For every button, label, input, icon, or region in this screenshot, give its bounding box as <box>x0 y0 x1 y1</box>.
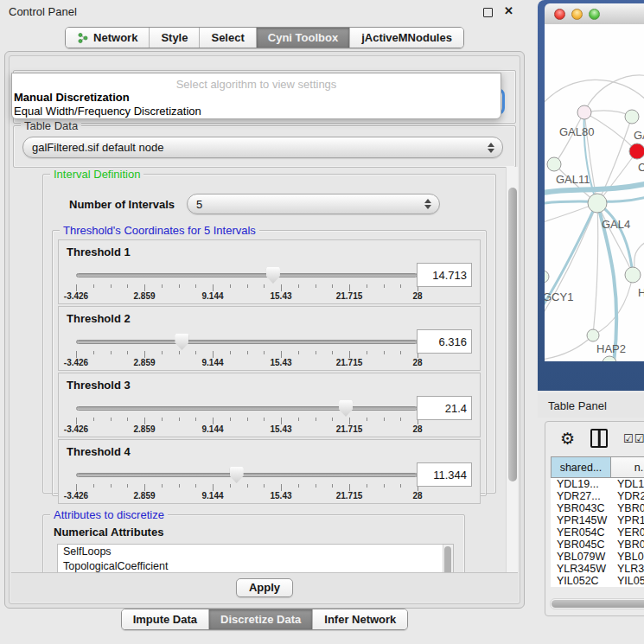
tab-cyni-toolbox[interactable]: Cyni Toolbox <box>257 28 350 48</box>
table-cell[interactable]: YLR345W <box>551 563 611 575</box>
column-layout-icon[interactable] <box>590 429 608 448</box>
tick-mark <box>144 351 145 358</box>
threshold-1-value-field[interactable] <box>417 263 472 287</box>
slider-thumb[interactable] <box>339 400 353 417</box>
number-of-intervals-combobox[interactable]: 5 <box>187 194 440 214</box>
network-node[interactable] <box>625 110 639 124</box>
table-column-header[interactable]: n... <box>611 456 644 478</box>
tick-mark <box>400 484 401 488</box>
table-cell[interactable]: YPR14 <box>611 514 644 526</box>
table-data-combobox-value: galFiltered.sif default node <box>32 141 163 154</box>
table-cell[interactable]: YDL19 <box>611 478 644 490</box>
apply-footer: Apply <box>11 572 518 602</box>
threshold-3-slider[interactable] <box>76 399 418 417</box>
scale-label: 15.43 <box>270 291 291 301</box>
table-cell[interactable]: YDL19... <box>551 478 611 490</box>
tab-impute-data[interactable]: Impute Data <box>122 609 209 629</box>
table-cell[interactable]: YBR043C <box>551 502 611 514</box>
attributes-list-scrollbar[interactable] <box>443 545 453 572</box>
table-cell[interactable]: YBR045C <box>551 539 611 551</box>
table-cell[interactable]: YBL079W <box>551 551 611 563</box>
numerical-attributes-label: Numerical Attributes <box>54 526 464 539</box>
tab-discretize-data[interactable]: Discretize Data <box>209 609 313 629</box>
table-cell[interactable]: YER054C <box>551 526 611 539</box>
algorithm-option-equal-width-frequency[interactable]: Equal Width/Frequency Discretization <box>12 105 501 118</box>
attribute-list-item[interactable]: SelfLoops <box>58 545 453 559</box>
select-columns-icon[interactable]: ☑☑ <box>623 432 644 445</box>
table-cell[interactable]: YBR04 <box>611 539 644 551</box>
tab-discretize-data-label: Discretize Data <box>220 609 301 629</box>
tab-select-label: Select <box>211 28 244 48</box>
tick-mark <box>400 418 401 421</box>
network-edge <box>593 203 598 335</box>
table-horizontal-scrollbar[interactable] <box>550 598 644 609</box>
tick-mark <box>332 484 333 488</box>
apply-button[interactable]: Apply <box>236 578 293 597</box>
table-cell[interactable]: YIL05 <box>611 575 644 587</box>
threshold-3-value-field[interactable] <box>417 396 472 420</box>
table-column-header[interactable]: shared... <box>551 456 611 478</box>
number-of-intervals-row: Number of Intervals 5 <box>69 194 440 214</box>
tab-network-label: Network <box>93 28 137 48</box>
network-node[interactable] <box>547 157 561 171</box>
gear-icon[interactable]: ⚙ <box>560 430 575 447</box>
tick-mark <box>247 351 248 354</box>
tick-mark <box>264 418 265 421</box>
tab-network[interactable]: Network <box>66 28 150 48</box>
network-edge <box>545 335 593 360</box>
network-node[interactable] <box>545 271 549 283</box>
attribute-list-item[interactable]: TopologicalCoefficient <box>58 559 453 572</box>
tick-mark <box>298 484 299 488</box>
threshold-4-value-field[interactable] <box>417 462 472 487</box>
network-node[interactable] <box>625 267 641 283</box>
threshold-2-value-field[interactable] <box>417 329 472 354</box>
network-node[interactable] <box>577 105 591 119</box>
algorithm-option-manual-discretization[interactable]: Manual Discretization <box>12 91 501 105</box>
table-cell[interactable]: YDR27... <box>551 490 611 502</box>
table-cell[interactable]: YER05 <box>611 526 644 539</box>
threshold-2-slider[interactable] <box>76 333 418 350</box>
table-cell[interactable]: YPR145W <box>551 514 611 526</box>
tab-style[interactable]: Style <box>150 28 200 48</box>
tab-select[interactable]: Select <box>200 28 256 48</box>
network-canvas[interactable]: GAL80GAGAL11CGAL4GCY1HHAP2 <box>545 24 644 361</box>
tick-mark <box>76 418 77 424</box>
network-node[interactable] <box>587 329 599 341</box>
scale-label: 2.859 <box>133 424 155 434</box>
zoom-traffic-light-icon[interactable] <box>589 9 600 20</box>
table-cell[interactable]: YBL07 <box>611 551 644 563</box>
tick-mark <box>111 284 112 288</box>
slider-thumb[interactable] <box>266 267 280 284</box>
slider-thumb[interactable] <box>175 334 188 350</box>
close-icon[interactable]: ✕ <box>504 4 513 17</box>
tick-mark <box>230 484 231 488</box>
tab-infer-network[interactable]: Infer Network <box>313 609 407 629</box>
threshold-1-slider[interactable] <box>76 266 418 284</box>
table-cell[interactable]: YIL052C <box>551 575 611 587</box>
numerical-attributes-list[interactable]: SelfLoopsTopologicalCoefficientBetweenne… <box>57 544 454 572</box>
scrollbar-thumb[interactable] <box>508 188 517 481</box>
network-node-label: H <box>638 286 644 299</box>
scrollbar-thumb[interactable] <box>552 600 644 608</box>
network-node[interactable] <box>629 143 644 159</box>
tick-mark <box>400 284 401 288</box>
slider-thumb[interactable] <box>230 467 244 483</box>
table-cell[interactable]: YBR04 <box>611 502 644 514</box>
settings-vertical-scrollbar[interactable] <box>506 167 518 572</box>
slider-track <box>76 273 418 277</box>
network-window-titlebar[interactable] <box>545 3 644 25</box>
tick-mark <box>384 418 385 421</box>
tick-mark <box>367 418 367 421</box>
scrollbar-thumb[interactable] <box>444 546 451 572</box>
tab-jactivemnodules[interactable]: jActiveMNodules <box>350 28 463 48</box>
float-window-icon[interactable] <box>483 8 493 17</box>
network-node-label: GAL11 <box>556 173 590 186</box>
table-data-combobox[interactable]: galFiltered.sif default node <box>22 137 503 158</box>
tick-mark <box>76 284 77 291</box>
close-traffic-light-icon[interactable] <box>554 9 565 20</box>
threshold-4-slider[interactable] <box>76 466 418 483</box>
table-cell[interactable]: YLR34 <box>611 563 644 575</box>
network-node[interactable] <box>588 194 607 213</box>
minimize-traffic-light-icon[interactable] <box>571 9 583 20</box>
table-cell[interactable]: YDR27 <box>611 490 644 502</box>
